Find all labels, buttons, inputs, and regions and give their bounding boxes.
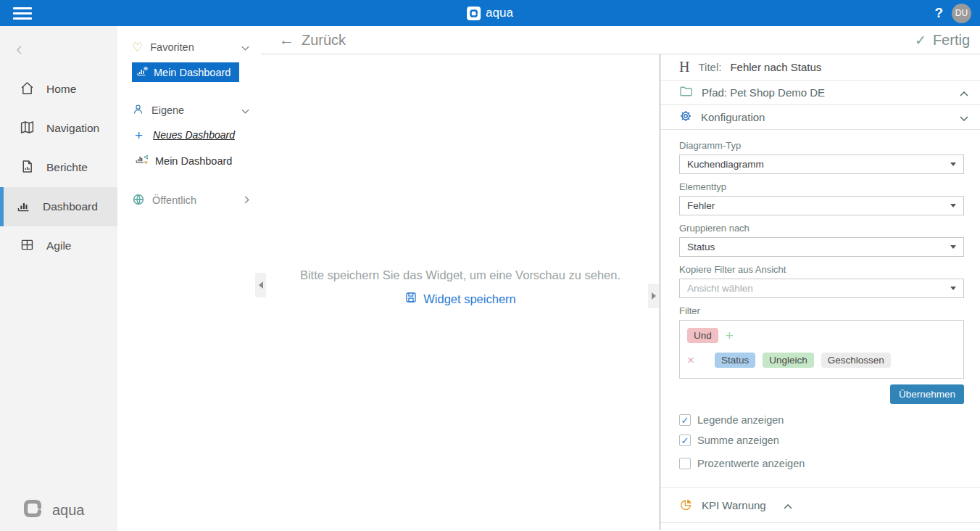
hamburger-menu-icon[interactable] xyxy=(13,4,32,22)
back-arrow-icon: ← xyxy=(279,31,294,49)
checkbox-label: Legende anzeigen xyxy=(697,414,784,426)
collapse-right-handle[interactable] xyxy=(648,284,659,308)
chevron-up-icon xyxy=(784,499,792,511)
copy-filter-select[interactable]: Ansicht wählen xyxy=(679,279,964,298)
sidebar-item-label: Berichte xyxy=(46,161,88,174)
configuration-form: Diagramm-Typ Kuchendiagramm Elementtyp F… xyxy=(660,130,980,469)
sidebar-item-agile[interactable]: Agile xyxy=(0,226,117,266)
kpi-warning-section-header[interactable]: KPI Warnung xyxy=(660,487,980,523)
checkbox-summe-anzeigen[interactable]: ✓ Summe anzeigen xyxy=(679,435,964,446)
filter-field-pill[interactable]: Status xyxy=(715,353,755,368)
filter-value-pill[interactable]: Geschlossen xyxy=(821,353,891,368)
save-widget-button[interactable]: Widget speichern xyxy=(404,291,515,307)
heart-icon: ♡ xyxy=(132,41,143,54)
group-by-label: Gruppieren nach xyxy=(679,223,964,234)
group-by-select[interactable]: Status xyxy=(679,237,964,257)
path-label: Pfad: Pet Shop Demo DE xyxy=(702,86,825,99)
favorite-dashboard-item[interactable]: Mein Dashboard xyxy=(132,62,239,82)
plus-icon: + xyxy=(135,128,143,142)
favorites-section-header[interactable]: ♡ Favoriten xyxy=(117,36,261,58)
configuration-label: Konfiguration xyxy=(701,111,765,123)
dashboard-shared-icon xyxy=(135,154,149,168)
chevron-right-icon xyxy=(244,194,249,206)
person-icon xyxy=(132,103,144,118)
configuration-section-header[interactable]: Konfiguration xyxy=(660,105,980,130)
help-icon[interactable]: ? xyxy=(934,5,943,21)
public-section-header[interactable]: Öffentlich xyxy=(117,189,261,211)
check-icon: ✓ xyxy=(915,32,926,49)
sidebar: ‹ Home Navigation xyxy=(0,26,117,531)
own-dashboard-item[interactable]: Mein Dashboard xyxy=(117,152,261,170)
home-icon xyxy=(20,81,35,99)
title-label: Titel: xyxy=(698,61,721,73)
sidebar-item-label: Dashboard xyxy=(43,200,98,213)
new-dashboard-button[interactable]: + Neues Dashboard xyxy=(117,125,261,144)
own-label: Eigene xyxy=(151,104,184,116)
report-icon xyxy=(20,159,35,177)
heading-icon: H xyxy=(679,59,689,75)
path-section-header[interactable]: Pfad: Pet Shop Demo DE xyxy=(660,81,980,105)
chevron-down-icon xyxy=(241,104,249,116)
pie-chart-icon xyxy=(679,498,693,514)
filter-comparator-pill[interactable]: Ungleich xyxy=(763,353,814,368)
add-condition-icon[interactable]: + xyxy=(726,329,734,342)
checkbox-label: Prozentwerte anzeigen xyxy=(697,458,805,469)
footer-brand-text: aqua xyxy=(52,502,85,519)
apply-button[interactable]: Übernehmen xyxy=(890,384,964,404)
group-by-value: Status xyxy=(687,242,950,252)
collapse-left-handle[interactable] xyxy=(255,273,266,297)
copy-filter-label: Kopiere Filter aus Ansicht xyxy=(679,264,964,275)
own-section-header[interactable]: Eigene xyxy=(117,99,261,121)
checkbox-prozentwerte-anzeigen[interactable]: Prozentwerte anzeigen xyxy=(679,458,964,469)
folder-icon xyxy=(679,86,693,99)
caret-down-icon xyxy=(950,245,956,249)
widget-preview-area: Bitte speichern Sie das Widget, um eine … xyxy=(261,54,660,530)
globe-icon xyxy=(132,193,145,208)
new-dashboard-label: Neues Dashboard xyxy=(153,129,235,141)
caret-down-icon xyxy=(950,204,956,207)
check-icon: ✓ xyxy=(681,436,689,445)
checkbox-checked: ✓ xyxy=(679,435,691,446)
aqua-logo-icon xyxy=(467,7,481,20)
sidebar-item-dashboard[interactable]: Dashboard xyxy=(0,187,117,226)
filter-builder: Und + × Status Ungleich Geschlossen xyxy=(679,320,964,379)
sidebar-item-home[interactable]: Home xyxy=(0,70,117,109)
dashboard-globe-icon xyxy=(136,66,149,79)
topbar: aqua ? DU xyxy=(0,0,980,26)
check-icon: ✓ xyxy=(681,416,689,425)
widget-title-row[interactable]: H Titel: Fehler nach Status xyxy=(660,54,980,81)
user-avatar[interactable]: DU xyxy=(952,4,971,23)
item-type-select[interactable]: Fehler xyxy=(679,196,964,215)
save-icon xyxy=(404,291,418,307)
favorites-label: Favoriten xyxy=(150,41,194,53)
sidebar-item-label: Navigation xyxy=(46,122,99,135)
done-button[interactable]: ✓ Fertig xyxy=(915,32,970,49)
dashboard-icon xyxy=(16,198,31,216)
brand-name: aqua xyxy=(486,6,513,20)
triangle-right-icon xyxy=(652,292,656,300)
chevron-down-icon xyxy=(960,111,968,123)
favorite-dashboard-label: Mein Dashboard xyxy=(154,67,231,78)
aqua-logo-gray-icon xyxy=(20,498,45,522)
filter-label: Filter xyxy=(679,305,964,316)
sidebar-item-navigation[interactable]: Navigation xyxy=(0,109,117,148)
sidebar-item-label: Agile xyxy=(46,239,71,252)
sidebar-item-berichte[interactable]: Berichte xyxy=(0,148,117,187)
chart-type-select[interactable]: Kuchendiagramm xyxy=(679,155,964,174)
map-icon xyxy=(20,120,35,138)
save-widget-label: Widget speichern xyxy=(423,292,515,306)
checkbox-legende-anzeigen[interactable]: ✓ Legende anzeigen xyxy=(679,414,964,426)
chevron-up-icon xyxy=(960,86,968,99)
checkbox-label: Summe anzeigen xyxy=(697,435,779,446)
agile-icon xyxy=(20,237,35,255)
back-label: Zurück xyxy=(302,32,346,49)
title-value: Fehler nach Status xyxy=(730,61,821,73)
preview-placeholder-message: Bitte speichern Sie das Widget, um eine … xyxy=(261,268,660,282)
item-type-value: Fehler xyxy=(687,200,950,211)
filter-operator-pill[interactable]: Und xyxy=(687,328,718,343)
sidebar-collapse-icon[interactable]: ‹ xyxy=(16,39,22,58)
checkbox-checked: ✓ xyxy=(679,414,691,426)
remove-condition-icon[interactable]: × xyxy=(687,354,694,366)
back-button[interactable]: ← Zurück xyxy=(279,31,346,49)
content-header: ← Zurück ✓ Fertig xyxy=(261,26,980,54)
